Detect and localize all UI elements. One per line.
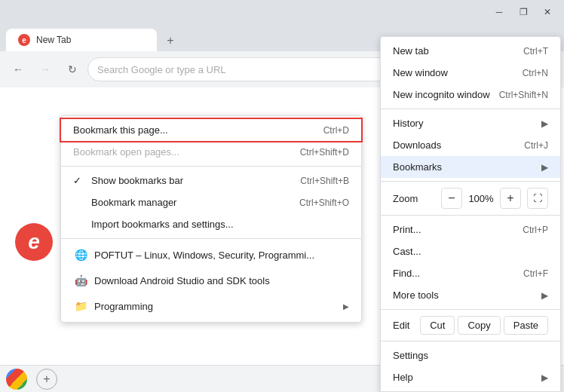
help-arrow: ▶: [541, 372, 548, 383]
chrome-sep-4: [381, 309, 560, 310]
new-window-shortcut: Ctrl+N: [523, 68, 548, 78]
bookmark-manager-label: Bookmark manager: [91, 197, 287, 208]
chrome-sep-2: [381, 181, 560, 182]
menu-item-android-studio[interactable]: 🤖 Download Android Studio and SDK tools: [61, 268, 361, 293]
copy-button[interactable]: Copy: [458, 316, 500, 335]
chrome-menu: New tab Ctrl+T New window Ctrl+N New inc…: [380, 36, 561, 392]
menu-bookmarks[interactable]: Bookmarks ▶: [381, 156, 560, 178]
menu-item-programming[interactable]: 📁 Programming ▶: [61, 293, 361, 319]
chrome-sep-3: [381, 215, 560, 216]
help-label: Help: [393, 372, 541, 383]
menu-history[interactable]: History ▶: [381, 112, 560, 134]
new-tab-shortcut: Ctrl+T: [523, 46, 548, 57]
show-bookmarks-shortcut: Ctrl+Shift+B: [300, 176, 349, 186]
minimize-button[interactable]: ─: [489, 4, 510, 20]
cut-button[interactable]: Cut: [420, 316, 455, 335]
tab-title: New Tab: [36, 35, 71, 45]
programming-icon: 📁: [73, 299, 88, 314]
bookmark-this-shortcut: Ctrl+D: [323, 125, 349, 136]
new-incognito-label: New incognito window: [393, 89, 499, 100]
programming-label: Programming: [94, 301, 337, 312]
menu-item-import-bookmarks[interactable]: Import bookmarks and settings...: [61, 213, 361, 235]
find-label: Find...: [393, 268, 523, 279]
menu-print[interactable]: Print... Ctrl+P: [381, 219, 560, 240]
menu-more-tools[interactable]: More tools ▶: [381, 284, 560, 306]
bottom-new-tab-button[interactable]: +: [36, 369, 57, 390]
bookmark-manager-shortcut: Ctrl+Shift+O: [299, 198, 349, 208]
history-label: History: [393, 118, 541, 129]
back-button[interactable]: ←: [6, 57, 30, 81]
poftut-label: POFTUT – Linux, Windows, Security, Progr…: [94, 250, 349, 261]
title-bar: ─ ❐ ✕: [0, 0, 564, 24]
downloads-label: Downloads: [393, 139, 524, 151]
history-arrow: ▶: [541, 118, 548, 129]
google-logo[interactable]: [6, 369, 27, 390]
bookmarks-label: Bookmarks: [393, 161, 541, 173]
menu-help[interactable]: Help ▶: [381, 366, 560, 388]
bookmarks-separator-1: [61, 166, 361, 167]
print-label: Print...: [393, 224, 523, 235]
close-button[interactable]: ✕: [537, 4, 558, 20]
android-studio-icon: 🤖: [73, 273, 88, 288]
new-tab-label: New tab: [393, 45, 523, 57]
show-bookmarks-label: Show bookmarks bar: [91, 175, 288, 186]
bookmark-open-label: Bookmark open pages...: [73, 146, 288, 158]
edit-row: Edit Cut Copy Paste: [381, 313, 560, 338]
new-incognito-shortcut: Ctrl+Shift+N: [499, 90, 548, 100]
new-window-label: New window: [393, 67, 523, 78]
menu-item-show-bookmarks-bar[interactable]: ✓ Show bookmarks bar Ctrl+Shift+B: [61, 170, 361, 191]
settings-label: Settings: [393, 350, 548, 361]
find-shortcut: Ctrl+F: [523, 268, 548, 279]
zoom-minus-button[interactable]: −: [441, 188, 462, 209]
restore-button[interactable]: ❐: [513, 4, 534, 20]
cast-label: Cast...: [393, 246, 548, 257]
import-bookmarks-label: Import bookmarks and settings...: [91, 219, 349, 230]
reload-button[interactable]: ↻: [60, 57, 84, 81]
more-tools-arrow: ▶: [541, 290, 548, 301]
bookmark-open-shortcut: Ctrl+Shift+D: [300, 147, 349, 158]
chrome-sep-1: [381, 109, 560, 109]
paste-button[interactable]: Paste: [504, 316, 548, 335]
new-tab-button[interactable]: +: [160, 30, 181, 51]
zoom-label: Zoom: [393, 193, 441, 204]
more-tools-label: More tools: [393, 289, 541, 301]
tab-favicon: e: [18, 34, 30, 46]
bookmarks-submenu: Bookmark this page... Ctrl+D Bookmark op…: [60, 115, 362, 323]
bookmarks-separator-2: [61, 238, 361, 239]
zoom-value: 100%: [462, 193, 500, 204]
print-shortcut: Ctrl+P: [523, 225, 548, 235]
menu-item-poftut[interactable]: 🌐 POFTUT – Linux, Windows, Security, Pro…: [61, 242, 361, 268]
menu-item-bookmark-this[interactable]: Bookmark this page... Ctrl+D: [61, 119, 361, 141]
browser-window: ─ ❐ ✕ e New Tab + ← → ↻ Search Google or…: [0, 0, 564, 392]
android-studio-label: Download Android Studio and SDK tools: [94, 275, 349, 286]
show-bookmarks-check: ✓: [73, 175, 88, 186]
poftut-icon: 🌐: [73, 247, 88, 262]
bookmark-this-label: Bookmark this page...: [73, 124, 311, 136]
menu-item-bookmark-manager[interactable]: Bookmark manager Ctrl+Shift+O: [61, 191, 361, 213]
menu-new-tab[interactable]: New tab Ctrl+T: [381, 40, 560, 62]
menu-settings[interactable]: Settings: [381, 345, 560, 366]
active-tab[interactable]: e New Tab: [6, 29, 157, 51]
zoom-plus-button[interactable]: +: [500, 188, 521, 209]
forward-button[interactable]: →: [33, 57, 57, 81]
edit-label: Edit: [393, 320, 417, 331]
browser-logo: e: [15, 223, 53, 261]
zoom-fullscreen-button[interactable]: ⛶: [527, 188, 548, 209]
menu-cast[interactable]: Cast...: [381, 240, 560, 262]
chrome-sep-5: [381, 341, 560, 341]
menu-new-incognito[interactable]: New incognito window Ctrl+Shift+N: [381, 84, 560, 106]
downloads-shortcut: Ctrl+J: [524, 140, 548, 151]
menu-downloads[interactable]: Downloads Ctrl+J: [381, 134, 560, 156]
bookmarks-arrow: ▶: [541, 162, 548, 173]
zoom-row: Zoom − 100% + ⛶: [381, 185, 560, 212]
menu-new-window[interactable]: New window Ctrl+N: [381, 62, 560, 84]
programming-arrow: ▶: [343, 302, 349, 311]
menu-find[interactable]: Find... Ctrl+F: [381, 262, 560, 284]
menu-item-bookmark-open[interactable]: Bookmark open pages... Ctrl+Shift+D: [61, 141, 361, 163]
